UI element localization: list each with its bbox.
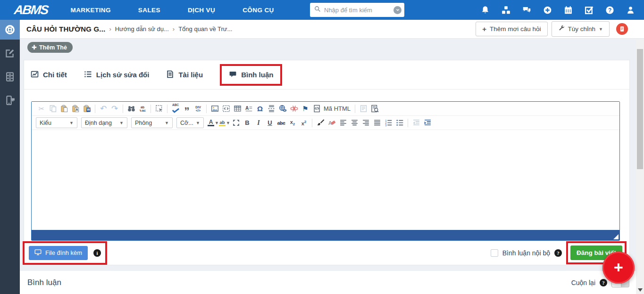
- tab-documents[interactable]: Tài liệu: [166, 70, 203, 80]
- editor-bottom-bar: [32, 230, 619, 240]
- scroll-down-arrow-icon[interactable]: [638, 288, 643, 292]
- anchor-icon[interactable]: ⚑: [300, 103, 311, 114]
- preview-icon[interactable]: [369, 103, 380, 114]
- menu-cong-cu[interactable]: CÔNG CỤ: [243, 7, 274, 14]
- toolbar-separator: [167, 105, 167, 113]
- paste-text-icon[interactable]: A: [70, 103, 81, 114]
- spellcheck-icon[interactable]: ABC: [170, 103, 181, 114]
- size-dropdown[interactable]: Cỡ...▼: [176, 117, 204, 128]
- info-icon[interactable]: i: [93, 249, 101, 257]
- undo-icon[interactable]: ↶: [98, 103, 109, 114]
- add-tag-button[interactable]: ✚ Thêm Thẻ: [27, 42, 73, 53]
- tab-details[interactable]: Chi tiết: [31, 70, 67, 80]
- toolbar-separator: [408, 119, 408, 127]
- embed-snippet-icon[interactable]: [220, 103, 232, 114]
- tasks-icon[interactable]: [578, 0, 599, 20]
- remove-format-icon[interactable]: A: [326, 117, 337, 129]
- app-logo[interactable]: ABMS: [13, 3, 49, 17]
- search-input[interactable]: [324, 7, 393, 14]
- global-search[interactable]: [310, 3, 404, 17]
- breadcrumb-item[interactable]: Tổng quan về Trư...: [178, 25, 232, 33]
- help-icon[interactable]: ?: [599, 0, 620, 20]
- find-icon[interactable]: [125, 103, 137, 114]
- sidebar-item-notes[interactable]: [0, 43, 20, 63]
- unlink-icon[interactable]: [288, 103, 300, 114]
- superscript-icon[interactable]: x2: [298, 117, 309, 129]
- internal-comment-checkbox[interactable]: [491, 249, 498, 257]
- quick-add-icon[interactable]: [537, 0, 558, 20]
- rich-text-editor: ✂AW↶↷ab↳acABC”DIV</>AΩ⚑Mã HTML Kiểu▼Định…: [31, 101, 620, 241]
- unordered-list-icon[interactable]: [394, 117, 405, 129]
- font-dropdown[interactable]: Phông▼: [131, 117, 173, 128]
- underline-icon[interactable]: U: [264, 117, 276, 129]
- copy-icon[interactable]: [47, 103, 59, 114]
- format-dropdown[interactable]: Định dạng▼: [81, 117, 127, 128]
- blockquote-icon[interactable]: ”: [181, 103, 192, 114]
- resize-handle[interactable]: [613, 234, 619, 239]
- attach-file-button[interactable]: File đính kèm: [29, 246, 88, 260]
- notes-badge-button[interactable]: [616, 23, 628, 35]
- align-justify-icon[interactable]: [371, 117, 383, 129]
- question-icon[interactable]: ?: [600, 279, 607, 286]
- editor-toolbar-row-1: ✂AW↶↷ab↳acABC”DIV</>AΩ⚑Mã HTML: [32, 102, 619, 116]
- bold-icon[interactable]: B: [242, 117, 253, 129]
- outdent-icon[interactable]: [410, 117, 422, 129]
- paste-word-icon[interactable]: W: [81, 103, 92, 114]
- notifications-icon[interactable]: [475, 0, 495, 20]
- div-container-icon[interactable]: DIV</>: [192, 103, 204, 114]
- sidebar-item-support[interactable]: [0, 20, 20, 40]
- align-center-icon[interactable]: [349, 117, 360, 129]
- search-scope-chevron-icon[interactable]: [393, 6, 401, 14]
- tab-comments[interactable]: Bình luận: [229, 70, 273, 80]
- align-right-icon[interactable]: [360, 117, 371, 129]
- ordered-list-icon[interactable]: 123: [383, 117, 394, 129]
- scrollbar-thumb[interactable]: [637, 49, 643, 169]
- floating-add-button[interactable]: +: [602, 252, 635, 284]
- table-icon[interactable]: [232, 103, 243, 114]
- paste-icon[interactable]: [59, 103, 70, 114]
- editor-text-area[interactable]: [32, 130, 619, 230]
- special-char-icon[interactable]: Ω: [254, 103, 266, 114]
- tab-history[interactable]: Lịch sử sửa đổi: [84, 70, 150, 80]
- source-button[interactable]: Mã HTML: [313, 103, 351, 114]
- add-question-button[interactable]: + Thêm mơi câu hỏi: [476, 22, 547, 36]
- horizontal-line-icon[interactable]: A: [243, 103, 254, 114]
- strikethrough-icon[interactable]: abc: [276, 117, 287, 129]
- maximize-icon[interactable]: [230, 117, 242, 129]
- copy-formatting-icon[interactable]: [315, 117, 326, 129]
- select-all-icon[interactable]: [153, 103, 165, 114]
- customize-button[interactable]: Tùy chỉnh ▼: [552, 21, 610, 37]
- calendar-icon[interactable]: [558, 0, 578, 20]
- internal-comment-label: Bình luận nội bộ: [502, 249, 550, 257]
- account-icon[interactable]: [620, 0, 641, 20]
- indent-icon[interactable]: [422, 117, 433, 129]
- page-title: CÂU HỎI THƯỜNG G...: [26, 25, 105, 33]
- vertical-scrollbar[interactable]: [636, 40, 644, 294]
- image-icon[interactable]: [209, 103, 220, 114]
- page-break-icon[interactable]: [266, 103, 277, 114]
- align-left-icon[interactable]: [337, 117, 349, 129]
- cut-icon[interactable]: ✂: [36, 103, 47, 114]
- messages-icon[interactable]: [516, 0, 537, 20]
- bg-color-icon[interactable]: ab▼: [219, 117, 230, 129]
- wrench-icon: [558, 25, 565, 33]
- menu-dich-vu[interactable]: DỊCH VỤ: [188, 7, 215, 14]
- breadcrumb-separator: ›: [109, 25, 111, 33]
- sidebar-item-mobile[interactable]: [0, 90, 20, 110]
- sitemap-icon[interactable]: [495, 0, 516, 20]
- question-icon[interactable]: ?: [554, 249, 562, 257]
- italic-icon[interactable]: I: [253, 117, 264, 129]
- redo-icon[interactable]: ↷: [109, 103, 120, 114]
- menu-marketing[interactable]: MARKETING: [71, 7, 111, 14]
- styles-dropdown[interactable]: Kiểu▼: [36, 117, 77, 128]
- menu-sales[interactable]: SALES: [138, 7, 160, 14]
- replace-icon[interactable]: ab↳ac: [137, 103, 148, 114]
- text-color-icon[interactable]: A▼: [208, 117, 219, 129]
- sidebar-item-archive[interactable]: [0, 67, 20, 87]
- breadcrumb-item[interactable]: Hướng dẫn sử dụ...: [115, 25, 169, 33]
- link-icon[interactable]: [277, 103, 288, 114]
- subscript-icon[interactable]: x2: [287, 117, 298, 129]
- svg-text:A: A: [75, 107, 78, 112]
- tab-bar: Chi tiếtLịch sử sửa đổiTài liệuBình luận: [24, 60, 629, 90]
- templates-icon[interactable]: [358, 103, 369, 114]
